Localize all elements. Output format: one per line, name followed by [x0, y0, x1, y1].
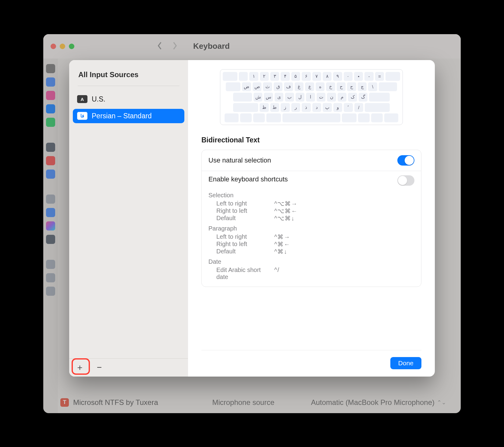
keyboard-key: ض [242, 82, 251, 91]
shortcut-keys: ^⌘↓ [274, 248, 311, 255]
space-key [282, 113, 340, 122]
keyboard-key: ۰ [344, 72, 353, 81]
shortcut-keys: ^⌘← [274, 241, 311, 248]
keyboard-key: ح [337, 82, 346, 91]
shortcut-keys: ^⌥⌘← [274, 207, 311, 215]
keyboard-key: ۲ [260, 72, 269, 81]
keyboard-key: ب [285, 93, 294, 102]
keyboard-key: ل [296, 93, 305, 102]
done-button[interactable]: Done [390, 357, 421, 369]
keyboard-key: ۶ [302, 72, 311, 81]
shortcut-label: Default [216, 248, 268, 255]
shortcut-group-title: Selection [208, 192, 414, 199]
keyboard-key: ٬ [344, 103, 353, 112]
keyboard-key: ص [253, 82, 262, 91]
keyboard-key: - [364, 72, 373, 81]
keyboard-key: ع [305, 82, 314, 91]
keyboard-key: ۹ [333, 72, 342, 81]
shortcut-label: Right to left [216, 207, 268, 215]
shortcuts-toggle[interactable] [397, 175, 414, 186]
keyboard-key: ن [327, 93, 336, 102]
keyboard-key: ث [263, 82, 272, 91]
keyboard-key: • [354, 72, 363, 81]
shortcut-row: Right to left^⌘← [208, 241, 414, 248]
keyboard-key: ف [284, 82, 293, 91]
keyboard-key: ط [270, 103, 279, 112]
keyboard-key: ۳ [270, 72, 279, 81]
keyboard-key: م [338, 93, 347, 102]
section-title: Bidirectional Text [201, 136, 421, 144]
keyboard-key: ی [275, 93, 284, 102]
shortcut-group-title: Date [208, 258, 414, 265]
shortcut-label: Right to left [216, 241, 268, 248]
shortcut-row: Default^⌘↓ [208, 248, 414, 255]
keyboard-preview: ۱۲۳۴۵۶۷۸۹۰•-=ضصثقفغعهخحجچ\شسیبلاتنمکگظطز… [220, 69, 403, 125]
keyboard-key: ا [306, 93, 315, 102]
input-sources-sheet: All Input Sources AU.S.فاPersian – Stand… [69, 60, 435, 377]
shortcut-label: Left to right [216, 233, 268, 241]
input-source-badge: فا [77, 112, 87, 120]
annotation-highlight [72, 358, 90, 375]
keyboard-key: = [375, 72, 384, 81]
keyboard-key: ق [274, 82, 283, 91]
keyboard-key: ه [316, 82, 325, 91]
settings-window: Keyboard T Microsoft NTFS by Tuxera Micr… [43, 34, 461, 413]
keyboard-key: / [354, 103, 364, 112]
shortcut-label: Default [216, 215, 268, 222]
keyboard-key: ت [317, 93, 326, 102]
keyboard-key: ۵ [291, 72, 300, 81]
sheet-sidebar: All Input Sources AU.S.فاPersian – Stand… [69, 60, 188, 377]
keyboard-key: و [333, 103, 343, 112]
shortcut-row: Left to right^⌥⌘→ [208, 200, 414, 207]
keyboard-key [239, 72, 248, 81]
keyboard-key: ش [254, 93, 263, 102]
shortcut-label: Left to right [216, 200, 268, 207]
input-source-item[interactable]: فاPersian – Standard [73, 109, 184, 123]
input-source-item[interactable]: AU.S. [73, 92, 184, 106]
use-natural-label: Use natural selection [208, 156, 271, 164]
bidi-panel: Use natural selection Enable keyboard sh… [201, 150, 421, 287]
sidebar-title: All Input Sources [69, 60, 188, 86]
keyboard-key: س [264, 93, 273, 102]
use-natural-toggle[interactable] [397, 155, 414, 166]
shortcut-keys: ^/ [274, 266, 311, 281]
keyboard-key: ۸ [323, 72, 332, 81]
keyboard-key: گ [359, 93, 368, 102]
keyboard-key: خ [326, 82, 335, 91]
input-source-label: U.S. [92, 95, 105, 103]
shortcut-keys: ^⌥⌘→ [274, 200, 311, 207]
shortcut-row: Right to left^⌥⌘← [208, 207, 414, 215]
keyboard-key: ظ [260, 103, 269, 112]
keyboard-key: پ [323, 103, 332, 112]
keyboard-key: چ [358, 82, 367, 91]
shortcuts-block: Enable keyboard shortcuts SelectionLeft … [202, 171, 421, 287]
shortcut-group-title: Paragraph [208, 225, 414, 232]
use-natural-row: Use natural selection [202, 150, 421, 171]
shortcut-row: Edit Arabic short date^/ [208, 266, 414, 281]
input-source-badge: A [77, 95, 87, 103]
remove-input-source-button[interactable]: − [94, 362, 105, 373]
keyboard-key: ج [347, 82, 356, 91]
shortcut-row: Default^⌥⌘↓ [208, 215, 414, 222]
input-source-list: AU.S.فاPersian – Standard [69, 92, 188, 123]
keyboard-key: ذ [302, 103, 311, 112]
sheet-content: ۱۲۳۴۵۶۷۸۹۰•-=ضصثقفغعهخحجچ\شسیبلاتنمکگظطز… [188, 60, 435, 377]
keyboard-key: ز [281, 103, 290, 112]
shortcut-label: Edit Arabic short date [216, 266, 268, 281]
keyboard-key: ۱ [249, 72, 258, 81]
shortcut-keys: ^⌥⌘↓ [274, 215, 311, 222]
keyboard-key: ک [348, 93, 357, 102]
keyboard-key: غ [295, 82, 304, 91]
keyboard-key: ۷ [312, 72, 321, 81]
shortcuts-label: Enable keyboard shortcuts [208, 175, 288, 183]
divider [78, 86, 179, 86]
keyboard-key: ر [291, 103, 300, 112]
keyboard-key: ۴ [281, 72, 289, 81]
sheet-footer: Done [201, 350, 421, 369]
input-source-label: Persian – Standard [92, 112, 152, 120]
keyboard-key: د [312, 103, 321, 112]
keyboard-key: \ [368, 82, 377, 91]
shortcut-row: Left to right^⌘→ [208, 233, 414, 241]
shortcut-keys: ^⌘→ [274, 233, 311, 241]
